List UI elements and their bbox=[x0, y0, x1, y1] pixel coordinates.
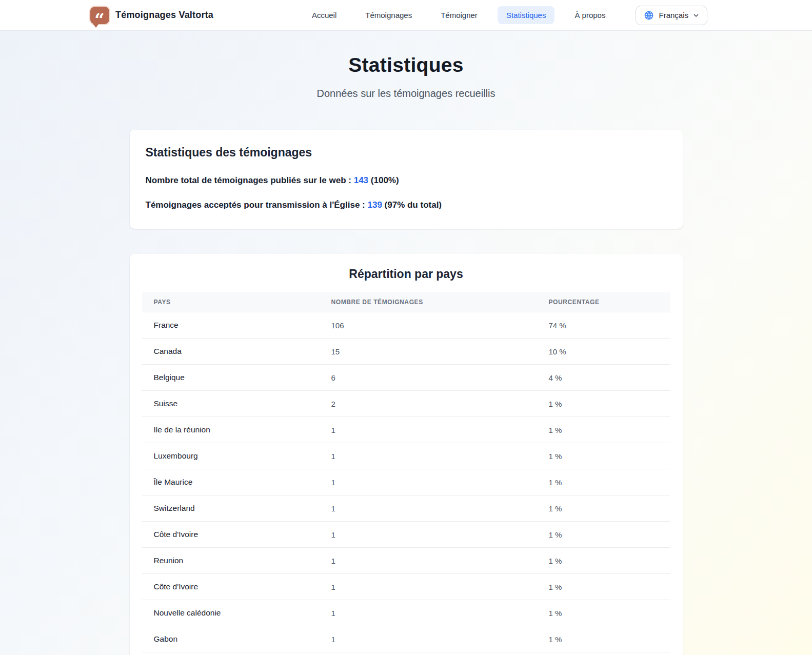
nav-statistiques[interactable]: Statistiques bbox=[498, 6, 555, 24]
cell-country: Côte d'Ivoire bbox=[142, 522, 320, 548]
cell-percent: 1 % bbox=[537, 574, 670, 600]
stat-total-label: Nombre total de témoignages publiés sur … bbox=[146, 175, 351, 185]
language-selector[interactable]: Français bbox=[636, 6, 707, 25]
cell-percent: 1 % bbox=[537, 417, 670, 443]
nav-temoigner[interactable]: Témoigner bbox=[432, 6, 486, 24]
table-row: Luxembourg 1 1 % bbox=[142, 443, 670, 469]
table-row: Nouvelle calédonie 1 1 % bbox=[142, 600, 670, 626]
chevron-down-icon bbox=[693, 12, 699, 18]
cell-country: Belgique bbox=[142, 365, 320, 391]
cell-count: 1 bbox=[320, 548, 537, 574]
stat-total-value: 143 bbox=[354, 175, 368, 185]
cell-country: France bbox=[142, 312, 320, 339]
col-header-nombre: NOMBRE DE TÉMOIGNAGES bbox=[320, 292, 537, 312]
cell-count: 106 bbox=[320, 312, 537, 339]
table-row: Ile de la réunion 1 1 % bbox=[142, 417, 670, 443]
cell-percent: 1 % bbox=[537, 443, 670, 469]
table-row: Côte d'Ivoire 1 1 % bbox=[142, 522, 670, 548]
cell-count: 6 bbox=[320, 365, 537, 391]
stats-card-title: Statistiques des témoignages bbox=[146, 146, 667, 160]
cell-count: 2 bbox=[320, 391, 537, 417]
col-header-pays: PAYS bbox=[142, 292, 320, 312]
stat-total-line: Nombre total de témoignages publiés sur … bbox=[146, 175, 667, 186]
cell-country: Ile de la réunion bbox=[142, 417, 320, 443]
table-row: Reunion 1 1 % bbox=[142, 548, 670, 574]
cell-percent: 74 % bbox=[537, 312, 670, 339]
country-table-body: France 106 74 % Canada 15 10 % Belgique … bbox=[142, 312, 670, 652]
cell-percent: 1 % bbox=[537, 391, 670, 417]
cell-count: 15 bbox=[320, 339, 537, 365]
cell-percent: 1 % bbox=[537, 495, 670, 522]
stat-total-note: (100%) bbox=[371, 175, 399, 185]
country-card-title: Répartition par pays bbox=[142, 267, 670, 281]
table-row: Suisse 2 1 % bbox=[142, 391, 670, 417]
cell-count: 1 bbox=[320, 443, 537, 469]
cell-count: 1 bbox=[320, 574, 537, 600]
country-table-header-row: PAYS NOMBRE DE TÉMOIGNAGES POURCENTAGE bbox=[142, 292, 670, 312]
main-content: Statistiques des témoignages Nombre tota… bbox=[130, 130, 683, 655]
cell-percent: 1 % bbox=[537, 548, 670, 574]
quote-icon: “ bbox=[90, 7, 109, 24]
page-subtitle: Données sur les témoignages recueillis bbox=[0, 88, 812, 100]
stat-accepted-label: Témoignages acceptés pour transmission à… bbox=[146, 200, 365, 210]
stat-accepted-line: Témoignages acceptés pour transmission à… bbox=[146, 200, 667, 210]
cell-count: 1 bbox=[320, 522, 537, 548]
stat-accepted-value: 139 bbox=[367, 200, 382, 210]
nav-temoignages[interactable]: Témoignages bbox=[357, 6, 421, 24]
stat-accepted-note: (97% du total) bbox=[385, 200, 442, 210]
cell-percent: 1 % bbox=[537, 600, 670, 626]
cell-count: 1 bbox=[320, 495, 537, 522]
cell-percent: 1 % bbox=[537, 626, 670, 652]
globe-icon bbox=[644, 10, 654, 21]
top-header: “ Témoignages Valtorta Accueil Témoignag… bbox=[0, 0, 812, 31]
cell-country: Gabon bbox=[142, 626, 320, 652]
nav-accueil[interactable]: Accueil bbox=[303, 6, 345, 24]
table-row: France 106 74 % bbox=[142, 312, 670, 339]
cell-country: Côte d'Ivoire bbox=[142, 574, 320, 600]
cell-count: 1 bbox=[320, 417, 537, 443]
page-title: Statistiques bbox=[0, 54, 812, 76]
cell-percent: 10 % bbox=[537, 339, 670, 365]
table-row: Switzerland 1 1 % bbox=[142, 495, 670, 522]
brand[interactable]: “ Témoignages Valtorta bbox=[90, 7, 213, 24]
table-row: Belgique 6 4 % bbox=[142, 365, 670, 391]
cell-percent: 1 % bbox=[537, 469, 670, 495]
table-row: Gabon 1 1 % bbox=[142, 626, 670, 652]
cell-percent: 1 % bbox=[537, 522, 670, 548]
language-label: Français bbox=[659, 11, 688, 19]
cell-count: 1 bbox=[320, 626, 537, 652]
stats-summary-card: Statistiques des témoignages Nombre tota… bbox=[130, 130, 683, 229]
nav-a-propos[interactable]: À propos bbox=[566, 6, 614, 24]
country-distribution-card: Répartition par pays PAYS NOMBRE DE TÉMO… bbox=[130, 254, 683, 655]
cell-country: Canada bbox=[142, 339, 320, 365]
cell-country: Suisse bbox=[142, 391, 320, 417]
country-table: PAYS NOMBRE DE TÉMOIGNAGES POURCENTAGE F… bbox=[142, 292, 670, 652]
cell-country: Switzerland bbox=[142, 495, 320, 522]
brand-name: Témoignages Valtorta bbox=[115, 10, 213, 21]
cell-country: Reunion bbox=[142, 548, 320, 574]
cell-country: Nouvelle calédonie bbox=[142, 600, 320, 626]
cell-count: 1 bbox=[320, 600, 537, 626]
cell-country: Luxembourg bbox=[142, 443, 320, 469]
main-nav: Accueil Témoignages Témoigner Statistiqu… bbox=[303, 6, 615, 24]
col-header-pourcentage: POURCENTAGE bbox=[537, 292, 670, 312]
cell-country: Île Maurice bbox=[142, 469, 320, 495]
page-hero: Statistiques Données sur les témoignages… bbox=[0, 31, 812, 100]
table-row: Île Maurice 1 1 % bbox=[142, 469, 670, 495]
cell-percent: 4 % bbox=[537, 365, 670, 391]
table-row: Côte d'Ivoire 1 1 % bbox=[142, 574, 670, 600]
cell-count: 1 bbox=[320, 469, 537, 495]
table-row: Canada 15 10 % bbox=[142, 339, 670, 365]
